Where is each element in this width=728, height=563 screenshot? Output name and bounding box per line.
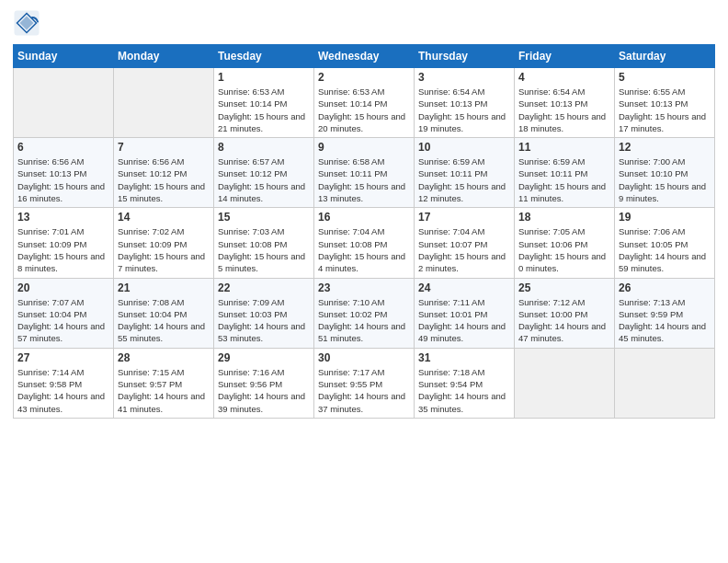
day-info: Sunrise: 6:56 AM Sunset: 10:12 PM Daylig… — [118, 155, 210, 204]
calendar-day-cell: 20Sunrise: 7:07 AM Sunset: 10:04 PM Dayl… — [14, 278, 114, 348]
calendar-week-row: 20Sunrise: 7:07 AM Sunset: 10:04 PM Dayl… — [14, 278, 715, 348]
day-info: Sunrise: 6:53 AM Sunset: 10:14 PM Daylig… — [318, 86, 410, 134]
day-number: 10 — [418, 141, 510, 154]
day-info: Sunrise: 6:55 AM Sunset: 10:13 PM Daylig… — [619, 86, 711, 134]
day-number: 22 — [218, 282, 310, 294]
day-number: 18 — [518, 211, 610, 224]
calendar-day-cell: 6Sunrise: 6:56 AM Sunset: 10:13 PM Dayli… — [14, 138, 114, 208]
day-info: Sunrise: 6:59 AM Sunset: 10:11 PM Daylig… — [418, 155, 510, 204]
day-number: 12 — [619, 141, 711, 154]
day-number: 19 — [619, 211, 711, 224]
header — [13, 9, 715, 37]
day-number: 8 — [218, 141, 310, 154]
day-number: 4 — [518, 71, 610, 84]
calendar-day-cell: 18Sunrise: 7:05 AM Sunset: 10:06 PM Dayl… — [515, 208, 615, 278]
day-number: 1 — [218, 71, 310, 84]
day-info: Sunrise: 7:09 AM Sunset: 10:03 PM Daylig… — [218, 296, 310, 345]
calendar-day-cell: 23Sunrise: 7:10 AM Sunset: 10:02 PM Dayl… — [314, 278, 415, 348]
day-info: Sunrise: 7:04 AM Sunset: 10:07 PM Daylig… — [418, 225, 510, 274]
day-number: 24 — [418, 282, 510, 294]
day-number: 13 — [17, 211, 109, 224]
day-info: Sunrise: 7:15 AM Sunset: 9:57 PM Dayligh… — [118, 366, 210, 415]
day-info: Sunrise: 7:11 AM Sunset: 10:01 PM Daylig… — [418, 296, 510, 345]
calendar-week-row: 6Sunrise: 6:56 AM Sunset: 10:13 PM Dayli… — [14, 138, 715, 208]
day-number: 30 — [318, 351, 410, 364]
calendar-day-cell: 24Sunrise: 7:11 AM Sunset: 10:01 PM Dayl… — [415, 278, 515, 348]
calendar-day-cell: 15Sunrise: 7:03 AM Sunset: 10:08 PM Dayl… — [214, 208, 314, 278]
calendar-day-header: Saturday — [615, 45, 715, 68]
day-info: Sunrise: 7:18 AM Sunset: 9:54 PM Dayligh… — [418, 366, 510, 415]
calendar-day-cell: 16Sunrise: 7:04 AM Sunset: 10:08 PM Dayl… — [314, 208, 415, 278]
calendar-day-cell — [114, 68, 214, 138]
calendar-day-header: Sunday — [14, 45, 114, 68]
calendar-day-cell: 17Sunrise: 7:04 AM Sunset: 10:07 PM Dayl… — [415, 208, 515, 278]
day-info: Sunrise: 6:54 AM Sunset: 10:13 PM Daylig… — [418, 86, 510, 134]
calendar-week-row: 27Sunrise: 7:14 AM Sunset: 9:58 PM Dayli… — [14, 348, 715, 418]
calendar-day-cell: 4Sunrise: 6:54 AM Sunset: 10:13 PM Dayli… — [515, 68, 615, 138]
day-info: Sunrise: 6:59 AM Sunset: 10:11 PM Daylig… — [518, 155, 610, 204]
day-info: Sunrise: 6:58 AM Sunset: 10:11 PM Daylig… — [318, 155, 410, 204]
calendar-day-cell: 2Sunrise: 6:53 AM Sunset: 10:14 PM Dayli… — [314, 68, 415, 138]
day-info: Sunrise: 6:54 AM Sunset: 10:13 PM Daylig… — [518, 86, 610, 134]
calendar-day-cell — [515, 348, 615, 418]
day-info: Sunrise: 6:56 AM Sunset: 10:13 PM Daylig… — [17, 155, 109, 204]
calendar-header-row: SundayMondayTuesdayWednesdayThursdayFrid… — [14, 45, 715, 68]
day-number: 11 — [518, 141, 610, 154]
logo-icon — [13, 9, 40, 37]
calendar-week-row: 13Sunrise: 7:01 AM Sunset: 10:09 PM Dayl… — [14, 208, 715, 278]
day-number: 2 — [318, 71, 410, 84]
day-number: 31 — [418, 351, 510, 364]
day-info: Sunrise: 7:17 AM Sunset: 9:55 PM Dayligh… — [318, 366, 410, 415]
day-number: 29 — [218, 351, 310, 364]
calendar-day-cell: 9Sunrise: 6:58 AM Sunset: 10:11 PM Dayli… — [314, 138, 415, 208]
day-number: 28 — [118, 351, 210, 364]
day-number: 14 — [118, 211, 210, 224]
calendar-day-cell — [615, 348, 715, 418]
calendar-table: SundayMondayTuesdayWednesdayThursdayFrid… — [13, 44, 715, 419]
calendar-day-cell: 22Sunrise: 7:09 AM Sunset: 10:03 PM Dayl… — [214, 278, 314, 348]
calendar-day-cell: 27Sunrise: 7:14 AM Sunset: 9:58 PM Dayli… — [14, 348, 114, 418]
calendar-day-header: Thursday — [415, 45, 515, 68]
calendar-day-cell: 25Sunrise: 7:12 AM Sunset: 10:00 PM Dayl… — [515, 278, 615, 348]
calendar-day-header: Friday — [515, 45, 615, 68]
calendar-day-cell: 19Sunrise: 7:06 AM Sunset: 10:05 PM Dayl… — [615, 208, 715, 278]
calendar-day-cell: 26Sunrise: 7:13 AM Sunset: 9:59 PM Dayli… — [615, 278, 715, 348]
day-number: 5 — [619, 71, 711, 84]
day-info: Sunrise: 7:02 AM Sunset: 10:09 PM Daylig… — [118, 225, 210, 274]
day-info: Sunrise: 7:03 AM Sunset: 10:08 PM Daylig… — [218, 225, 310, 274]
calendar-day-cell: 5Sunrise: 6:55 AM Sunset: 10:13 PM Dayli… — [615, 68, 715, 138]
calendar-day-cell: 11Sunrise: 6:59 AM Sunset: 10:11 PM Dayl… — [515, 138, 615, 208]
calendar-day-cell: 8Sunrise: 6:57 AM Sunset: 10:12 PM Dayli… — [214, 138, 314, 208]
day-info: Sunrise: 7:08 AM Sunset: 10:04 PM Daylig… — [118, 296, 210, 345]
day-info: Sunrise: 7:12 AM Sunset: 10:00 PM Daylig… — [518, 296, 610, 345]
calendar-day-cell: 7Sunrise: 6:56 AM Sunset: 10:12 PM Dayli… — [114, 138, 214, 208]
calendar-day-cell — [14, 68, 114, 138]
calendar-day-cell: 28Sunrise: 7:15 AM Sunset: 9:57 PM Dayli… — [114, 348, 214, 418]
calendar-day-cell: 21Sunrise: 7:08 AM Sunset: 10:04 PM Dayl… — [114, 278, 214, 348]
day-number: 7 — [118, 141, 210, 154]
day-number: 9 — [318, 141, 410, 154]
page: SundayMondayTuesdayWednesdayThursdayFrid… — [0, 0, 728, 563]
calendar-day-cell: 3Sunrise: 6:54 AM Sunset: 10:13 PM Dayli… — [415, 68, 515, 138]
day-info: Sunrise: 7:05 AM Sunset: 10:06 PM Daylig… — [518, 225, 610, 274]
day-number: 21 — [118, 282, 210, 294]
calendar-day-cell: 10Sunrise: 6:59 AM Sunset: 10:11 PM Dayl… — [415, 138, 515, 208]
day-info: Sunrise: 7:14 AM Sunset: 9:58 PM Dayligh… — [17, 366, 109, 415]
day-info: Sunrise: 7:16 AM Sunset: 9:56 PM Dayligh… — [218, 366, 310, 415]
calendar-day-header: Wednesday — [314, 45, 415, 68]
day-info: Sunrise: 7:00 AM Sunset: 10:10 PM Daylig… — [619, 155, 711, 204]
day-info: Sunrise: 7:04 AM Sunset: 10:08 PM Daylig… — [318, 225, 410, 274]
calendar-day-cell: 13Sunrise: 7:01 AM Sunset: 10:09 PM Dayl… — [14, 208, 114, 278]
calendar-day-cell: 31Sunrise: 7:18 AM Sunset: 9:54 PM Dayli… — [415, 348, 515, 418]
calendar-day-cell: 1Sunrise: 6:53 AM Sunset: 10:14 PM Dayli… — [214, 68, 314, 138]
logo — [13, 9, 44, 37]
calendar-day-cell: 30Sunrise: 7:17 AM Sunset: 9:55 PM Dayli… — [314, 348, 415, 418]
day-number: 6 — [17, 141, 109, 154]
day-info: Sunrise: 7:07 AM Sunset: 10:04 PM Daylig… — [17, 296, 109, 345]
day-info: Sunrise: 7:06 AM Sunset: 10:05 PM Daylig… — [619, 225, 711, 274]
day-number: 3 — [418, 71, 510, 84]
day-info: Sunrise: 7:01 AM Sunset: 10:09 PM Daylig… — [17, 225, 109, 274]
day-number: 27 — [17, 351, 109, 364]
day-number: 25 — [518, 282, 610, 294]
calendar-day-header: Monday — [114, 45, 214, 68]
